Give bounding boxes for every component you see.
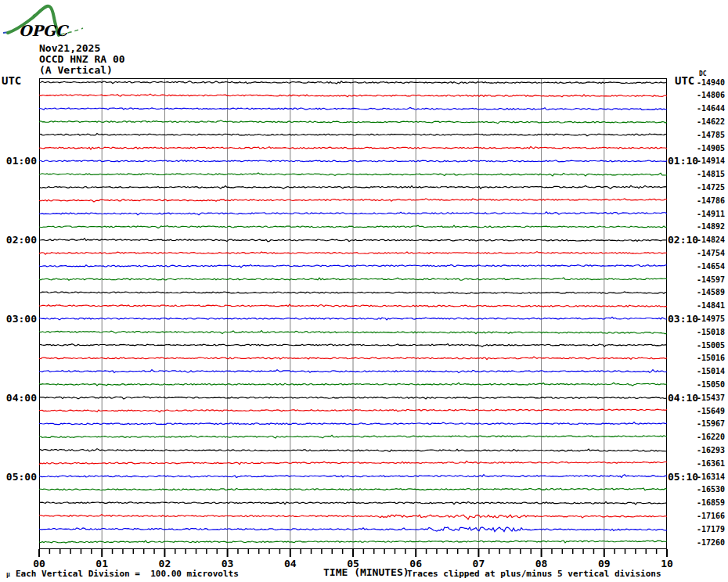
x-tick-label-01: 01 xyxy=(96,558,108,569)
row-dc-value: -16530 xyxy=(697,485,725,494)
row-dc-value: -17260 xyxy=(697,538,725,547)
row-label-left-04:00: 04:00 xyxy=(6,392,37,404)
row-dc-value: -14892 xyxy=(697,222,725,231)
row-label-left-02:00: 02:00 xyxy=(6,234,37,246)
x-tick-label-06: 06 xyxy=(409,558,422,569)
x-tick-label-08: 08 xyxy=(535,558,548,569)
helicorder-plot: -14940-14806-14644-14622-14785-1490501:0… xyxy=(0,0,728,582)
row-dc-value: -14589 xyxy=(697,288,725,296)
row-dc-value: -17179 xyxy=(697,525,725,534)
seismogram-page: OPGC Nov21,2025 OCCD HNZ RA 00 (A Vertic… xyxy=(0,0,728,582)
x-tick-label-02: 02 xyxy=(159,558,171,569)
x-tick-label-10: 10 xyxy=(661,558,673,569)
row-dc-value: -16314 xyxy=(697,472,725,481)
row-dc-value: -14914 xyxy=(697,156,725,165)
row-dc-value: -14824 xyxy=(697,235,725,244)
row-label-right-03:10: 03:10 xyxy=(668,313,698,325)
row-label-right-04:10: 04:10 xyxy=(668,392,698,404)
row-dc-value: -16293 xyxy=(697,446,725,454)
row-dc-value: -14905 xyxy=(697,144,725,153)
row-dc-value: -14940 xyxy=(697,78,725,87)
x-tick-label-00: 00 xyxy=(33,558,45,569)
row-dc-value: -14654 xyxy=(697,262,725,271)
row-dc-value: -15016 xyxy=(697,354,725,362)
row-label-left-03:00: 03:00 xyxy=(6,313,37,325)
mu-glyph: µ xyxy=(6,571,10,578)
row-dc-value: -15050 xyxy=(697,380,725,389)
row-label-right-05:10: 05:10 xyxy=(668,471,698,483)
row-label-left-05:00: 05:00 xyxy=(6,471,37,483)
row-dc-value: -15437 xyxy=(697,393,725,402)
row-dc-value: -16859 xyxy=(697,498,725,507)
clip-note: Traces clipped at plus/minus 5 vertical … xyxy=(407,569,661,579)
row-dc-value: -15649 xyxy=(697,407,725,415)
row-dc-value: -15018 xyxy=(697,328,725,336)
row-dc-value: -14754 xyxy=(697,249,725,257)
x-tick-label-07: 07 xyxy=(473,558,485,569)
row-dc-value: -17166 xyxy=(697,512,725,520)
scale-note: Each Vertical Division = 100.00 microvol… xyxy=(16,569,239,579)
row-dc-value: -16361 xyxy=(697,459,725,468)
x-tick-label-09: 09 xyxy=(598,558,611,569)
row-dc-value: -14911 xyxy=(697,210,725,218)
row-dc-value: -14622 xyxy=(697,117,725,126)
row-label-left-01:00: 01:00 xyxy=(6,155,37,167)
row-dc-value: -14644 xyxy=(697,104,725,113)
row-dc-value: -14806 xyxy=(697,91,725,99)
row-label-right-02:10: 02:10 xyxy=(668,234,698,246)
row-dc-value: -15005 xyxy=(697,341,725,350)
row-dc-value: -14785 xyxy=(697,131,725,139)
row-dc-value: -14815 xyxy=(697,170,725,178)
x-axis-title: TIME (MINUTES) xyxy=(323,567,409,578)
row-dc-value: -14597 xyxy=(697,275,725,284)
row-dc-value: -14725 xyxy=(697,183,725,192)
row-dc-value: -14975 xyxy=(697,314,725,323)
row-dc-value: -16220 xyxy=(697,433,725,441)
x-tick-label-04: 04 xyxy=(284,558,297,569)
row-dc-value: -14786 xyxy=(697,196,725,205)
row-label-right-01:10: 01:10 xyxy=(668,155,698,167)
row-dc-value: -15014 xyxy=(697,367,725,375)
row-dc-value: -15967 xyxy=(697,419,725,428)
x-tick-label-03: 03 xyxy=(222,558,234,569)
row-dc-value: -14841 xyxy=(697,301,725,310)
